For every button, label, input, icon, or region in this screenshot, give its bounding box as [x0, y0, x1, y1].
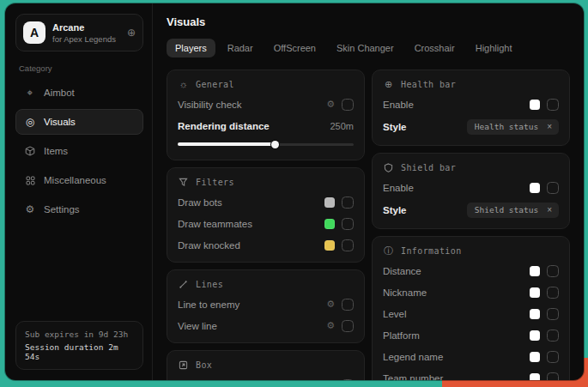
tab-crosshair[interactable]: Crosshair	[406, 39, 464, 57]
health-icon: ⊕	[383, 80, 394, 89]
view-line-checkbox[interactable]	[342, 320, 354, 332]
shield-icon	[383, 163, 394, 172]
shield-enable-checkbox[interactable]	[547, 182, 559, 194]
box-enable-color-swatch[interactable]	[324, 380, 335, 381]
tab-bar: Players Radar OffScreen Skin Changer Cro…	[167, 39, 570, 57]
platform-color-swatch[interactable]	[530, 330, 540, 341]
nickname-checkbox[interactable]	[547, 287, 559, 299]
line-to-enemy-settings-icon[interactable]: ⚙	[326, 299, 335, 309]
info-icon: ⓘ	[383, 246, 394, 256]
team-number-color-swatch[interactable]	[530, 373, 540, 381]
row-visibility-check: Visibility check ⚙	[178, 98, 354, 111]
visibility-check-settings-icon[interactable]: ⚙	[326, 100, 335, 109]
card-lines-title: Lines	[196, 280, 223, 289]
row-box-enable: Enable	[178, 378, 354, 380]
app-subtitle: for Apex Legends	[52, 34, 120, 44]
visuals-icon: ◎	[24, 116, 36, 128]
tab-skin-changer[interactable]: Skin Changer	[328, 39, 403, 57]
box-enable-checkbox[interactable]	[342, 379, 354, 381]
sun-icon: ☼	[178, 80, 189, 89]
shield-color-swatch[interactable]	[530, 183, 540, 193]
sidebar-item-visuals[interactable]: ◎ Visuals	[15, 109, 143, 135]
row-draw-bots: Draw bots	[178, 196, 354, 209]
draw-knocked-color-swatch[interactable]	[324, 240, 335, 251]
tab-players[interactable]: Players	[167, 39, 215, 57]
legend-name-color-swatch[interactable]	[530, 352, 540, 362]
tab-offscreen[interactable]: OffScreen	[265, 39, 324, 57]
health-style-remove-icon[interactable]: ×	[547, 123, 552, 131]
sidebar-item-miscellaneous[interactable]: Miscellaneous	[15, 167, 143, 193]
row-shield-style: Style Shield status ×	[383, 203, 559, 218]
sidebar-item-items[interactable]: Items	[15, 138, 143, 164]
app-title: Arcane	[52, 22, 120, 33]
app-logo: A	[23, 21, 45, 44]
tab-radar[interactable]: Radar	[219, 39, 262, 57]
draw-teammates-color-swatch[interactable]	[324, 219, 335, 229]
app-settings-icon[interactable]: ⊕	[127, 27, 136, 38]
app-window: A Arcane for Apex Legends ⊕ Category ⌖ A…	[5, 3, 584, 380]
row-line-to-enemy: Line to enemy ⚙	[178, 298, 354, 311]
gear-icon: ⚙	[24, 203, 36, 215]
platform-checkbox[interactable]	[547, 330, 559, 342]
sidebar: A Arcane for Apex Legends ⊕ Category ⌖ A…	[5, 3, 153, 380]
draw-knocked-checkbox[interactable]	[342, 239, 354, 251]
draw-teammates-checkbox[interactable]	[342, 218, 354, 230]
category-label: Category	[19, 63, 140, 73]
level-color-swatch[interactable]	[530, 309, 540, 319]
line-to-enemy-checkbox[interactable]	[342, 299, 354, 311]
draw-bots-color-swatch[interactable]	[324, 197, 335, 208]
view-line-settings-icon[interactable]: ⚙	[326, 321, 335, 330]
cube-icon	[24, 146, 36, 156]
distance-checkbox[interactable]	[547, 265, 559, 277]
card-box-title: Box	[196, 360, 212, 370]
sidebar-item-aimbot[interactable]: ⌖ Aimbot	[15, 80, 143, 106]
card-health-bar: ⊕ Health bar Enable Style Health stat	[372, 70, 570, 146]
nickname-color-swatch[interactable]	[530, 287, 540, 298]
visibility-check-checkbox[interactable]	[342, 99, 354, 111]
shield-style-remove-icon[interactable]: ×	[547, 206, 552, 215]
session-duration: Session duration 2m 54s	[25, 342, 134, 361]
card-shield-title: Shield bar	[401, 163, 456, 172]
card-information: ⓘ Information Distance Nickname	[372, 236, 570, 380]
main-panel: Visuals Players Radar OffScreen Skin Cha…	[153, 3, 584, 380]
box-icon	[178, 360, 189, 370]
sidebar-nav: ⌖ Aimbot ◎ Visuals Items	[15, 80, 143, 222]
subscription-card: Sub expires in 9d 23h Session duration 2…	[15, 321, 143, 370]
card-health-title: Health bar	[401, 80, 456, 89]
tab-highlight[interactable]: Highlight	[467, 39, 521, 57]
rendering-distance-value: 250m	[330, 121, 354, 131]
line-icon	[178, 280, 189, 289]
health-style-select[interactable]: Health status ×	[467, 119, 559, 135]
row-shield-enable: Enable	[383, 181, 559, 194]
row-draw-knocked: Draw knocked	[178, 239, 354, 251]
health-color-swatch[interactable]	[530, 100, 540, 110]
shield-style-select[interactable]: Shield status ×	[467, 203, 559, 218]
health-enable-checkbox[interactable]	[547, 99, 559, 111]
rendering-distance-slider[interactable]	[178, 139, 354, 149]
card-lines: Lines Line to enemy ⚙ View line ⚙	[167, 269, 365, 343]
team-number-checkbox[interactable]	[547, 372, 559, 381]
row-draw-teammates: Draw teammates	[178, 217, 354, 230]
subscription-expiry: Sub expires in 9d 23h	[25, 330, 134, 339]
row-level: Level	[383, 307, 559, 320]
row-health-style: Style Health status ×	[383, 119, 559, 135]
distance-color-swatch[interactable]	[530, 266, 540, 276]
legend-name-checkbox[interactable]	[547, 351, 559, 363]
card-box: Box Enable Enable background	[167, 350, 365, 380]
card-general-title: General	[196, 80, 234, 89]
row-team-number: Team number	[383, 372, 559, 380]
level-checkbox[interactable]	[547, 308, 559, 320]
page-title: Visuals	[167, 15, 570, 28]
row-distance: Distance	[383, 264, 559, 277]
row-nickname: Nickname	[383, 286, 559, 299]
slider-thumb[interactable]	[271, 141, 279, 148]
draw-bots-checkbox[interactable]	[342, 197, 354, 209]
row-rendering-distance: Rendering distance 250m	[178, 119, 354, 132]
sidebar-item-settings[interactable]: ⚙ Settings	[15, 197, 143, 222]
card-information-title: Information	[401, 246, 462, 256]
card-shield-bar: Shield bar Enable Style Shield status	[372, 153, 570, 229]
grid-icon	[24, 176, 36, 185]
logo-card: A Arcane for Apex Legends ⊕	[15, 14, 143, 51]
aimbot-icon: ⌖	[24, 87, 36, 99]
row-view-line: View line ⚙	[178, 319, 354, 332]
